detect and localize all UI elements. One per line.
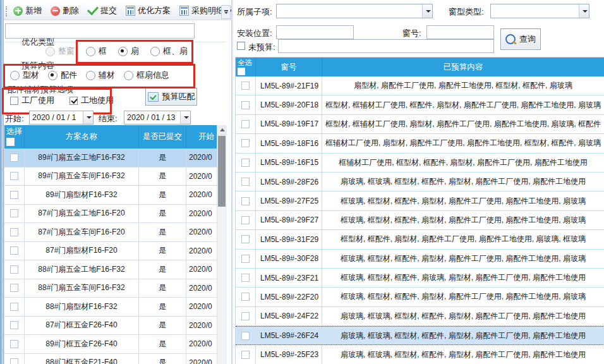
row-checkbox[interactable] [241,351,250,359]
row-checkbox[interactable] [10,228,18,236]
checkbox-option[interactable]: 工厂使用 [10,95,54,106]
table-row[interactable]: LM5L-89#-19F17框型材, 框辅材工厂使用, 扇型材, 扇配件工厂使用… [236,115,604,134]
row-checkbox[interactable] [10,358,18,364]
table-row[interactable]: LM5L-89#-26F24扇玻璃, 框玻璃, 框型材, 框配件, 扇型材, 扇… [236,326,604,345]
window-type-dropdown-button[interactable] [579,4,589,18]
scrollbar-thumb[interactable] [218,136,226,207]
row-checkbox[interactable] [241,274,250,282]
row-checkbox[interactable] [10,303,18,311]
row-checkbox[interactable] [241,216,250,224]
add-button[interactable]: 新增 [11,4,44,18]
table-row[interactable]: 88#门扇五金工地F16-F32是2020/0 [4,260,227,279]
vertical-scrollbar[interactable] [217,125,227,364]
radio-option[interactable]: 辅材 [86,70,115,81]
select-all-header-label: 全选 [238,58,252,68]
row-checkbox[interactable] [241,120,250,128]
row-select-cell [236,191,256,210]
table-row[interactable]: LM5L-89#-31F29框型材, 框配件, 扇型材, 扇配件工厂使用, 扇配… [236,230,604,249]
scroll-up-button[interactable] [217,125,227,135]
row-checkbox[interactable] [241,255,250,263]
install-position-input[interactable] [276,25,354,39]
no-budget-checkbox[interactable] [237,42,245,50]
table-row[interactable]: LM5L-89#-25F23扇玻璃, 框玻璃, 框型材, 框配件, 扇型材, 扇… [236,345,604,364]
select-all-checkbox[interactable] [238,68,245,75]
submitted-column-header[interactable]: 是否已提交 [139,125,186,149]
table-row[interactable]: LM5L-89#-29F27框玻璃, 框型材, 框配件, 扇型材, 扇配件工厂使… [236,211,604,230]
row-checkbox[interactable] [10,321,18,329]
row-checkbox[interactable] [10,172,18,180]
table-row[interactable]: 89#门扇型材F16-F32是2020/0 [4,186,227,205]
budgeted-content-column-header[interactable]: 已预算内容 [322,58,604,76]
table-row[interactable]: 89#门扇五金车间F16-F32是2020/0 [4,167,227,186]
table-row[interactable]: LM5L-89#-23F21框玻璃, 框型材, 框配件, 扇玻璃, 扇型材, 扇… [236,269,604,288]
row-checkbox[interactable] [241,178,250,186]
plan-name-cell: 87#门扇五金工地F16-F20 [25,205,139,223]
no-budget-input[interactable] [278,39,494,53]
row-checkbox[interactable] [241,235,250,243]
row-checkbox[interactable] [241,101,250,109]
table-row[interactable]: LM5L-89#-21F19扇型材, 扇配件工厂使用, 扇配件工地使用, 框型材… [236,76,604,95]
row-checkbox[interactable] [241,332,250,340]
row-checkbox[interactable] [241,293,250,301]
table-row[interactable]: 87#门扇五金车间F16-F20是2020/0 [4,223,227,242]
window-no-input[interactable] [426,25,494,39]
table-row[interactable]: 88#门扇型材F16-F32是2020/0 [4,298,227,317]
date-start-picker[interactable]: 2020 / 01 / 1 [29,111,94,124]
row-checkbox[interactable] [241,139,250,147]
plan-name-cell: 88#门扇五金工地F16-F32 [25,260,139,279]
date-start-dropdown-button[interactable] [83,111,93,124]
row-checkbox[interactable] [10,154,18,162]
plan-table-body: 89#门扇五金工地F16-F32是2020/089#门扇五金车间F16-F32是… [4,149,227,364]
radio-option[interactable]: 配件 [48,70,77,81]
checkbox-option[interactable]: 工地使用 [69,95,114,106]
sub-item-dropdown-button[interactable] [422,4,432,18]
select-all-checkbox[interactable] [6,138,15,146]
toolbar-grip[interactable] [6,6,7,16]
table-row[interactable]: LM5L-89#-27F25框玻璃, 框型材, 框配件, 扇型材, 扇配件工厂使… [236,191,604,210]
table-row[interactable]: 89#门框五金F26-F40是2020/0 [4,335,227,354]
row-select-cell [4,279,25,298]
table-row[interactable]: LM5L-89#-18F16框辅材工厂使用, 扇型材, 扇配件工厂使用, 扇配件… [236,134,604,153]
date-end-dropdown-button[interactable] [180,111,190,124]
table-row[interactable]: LM5L-89#-30F28框玻璃, 框型材, 框配件, 扇型材, 扇配件工厂使… [236,250,604,269]
radio-option[interactable]: 框扇信息 [124,70,169,81]
table-row[interactable]: 87#门框五金F26-F40是2020/0 [4,317,227,336]
table-row[interactable]: 89#门扇五金工地F16-F32是2020/0 [4,149,227,167]
row-select-cell [236,250,256,268]
toolbar-overflow-button[interactable] [221,5,231,19]
row-checkbox[interactable] [10,246,18,255]
row-checkbox[interactable] [241,82,250,90]
row-checkbox[interactable] [241,159,250,167]
optimization-plan-button[interactable]: 优化方案 [124,4,172,18]
table-row[interactable]: 88#门扇五金车间F16-F32是2020/0 [4,279,227,298]
radio-option[interactable]: 框 [86,46,107,57]
budget-match-button[interactable]: 预算匹配 [145,88,197,106]
delete-button[interactable]: 删除 [49,4,81,18]
row-checkbox[interactable] [10,209,18,217]
radio-option[interactable]: 型材 [10,70,39,81]
radio-option[interactable]: 扇 [118,46,139,57]
query-button[interactable]: 查询 [500,28,541,50]
window-no-column-header[interactable]: 窗号 [256,58,322,76]
date-end-picker[interactable]: 2020 / 01 / 13 [124,111,191,124]
window-type-combobox[interactable] [490,4,589,18]
row-checkbox[interactable] [10,340,18,348]
table-row[interactable]: 87#门扇型材F16-F20是2020/0 [4,242,227,261]
row-checkbox[interactable] [241,312,250,320]
table-row[interactable]: LM5L-89#-24F22扇玻璃, 框玻璃, 框型材, 框配件, 扇型材, 扇… [236,307,604,326]
submit-button[interactable]: 提交 [86,4,119,18]
row-checkbox[interactable] [10,284,18,292]
row-checkbox[interactable] [241,197,250,205]
table-row[interactable]: LM5L-89#-16F15框辅材工厂使用, 框型材, 框配件, 扇型材, 扇配… [236,154,604,173]
radio-option[interactable]: 框、扇 [150,46,188,57]
table-row[interactable]: LM5L-89#-20F18框型材, 框辅材工厂使用, 框配件, 扇型材, 扇配… [236,95,604,114]
table-row[interactable]: 87#门扇五金工地F16-F20是2020/0 [4,205,227,224]
table-row[interactable]: LM5L-89#-28F26扇玻璃, 框玻璃, 框型材, 框配件, 扇型材, 扇… [236,173,604,191]
plan-name-column-header[interactable]: 方案名称 [25,125,139,149]
row-checkbox[interactable] [10,265,18,274]
row-checkbox[interactable] [10,191,18,199]
table-row[interactable]: LM5L-89#-22F20框玻璃, 框型材, 框配件, 扇型材, 扇配件工厂使… [236,288,604,306]
sub-item-combobox[interactable] [276,4,433,18]
panel-divider[interactable] [231,0,233,364]
table-row[interactable]: 88#门框五金F21-F40是2020/0 [4,354,227,364]
